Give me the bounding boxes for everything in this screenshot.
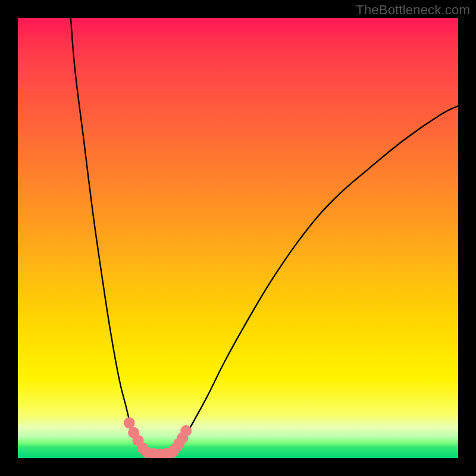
curve-marker [180, 425, 192, 437]
outer-frame: TheBottleneck.com [0, 0, 476, 476]
curve-markers [124, 417, 192, 458]
plot-area [18, 18, 458, 458]
bottleneck-curve-svg [18, 18, 458, 458]
bottleneck-curve [71, 18, 458, 455]
watermark-text: TheBottleneck.com [356, 2, 470, 18]
curve-marker [124, 417, 135, 428]
